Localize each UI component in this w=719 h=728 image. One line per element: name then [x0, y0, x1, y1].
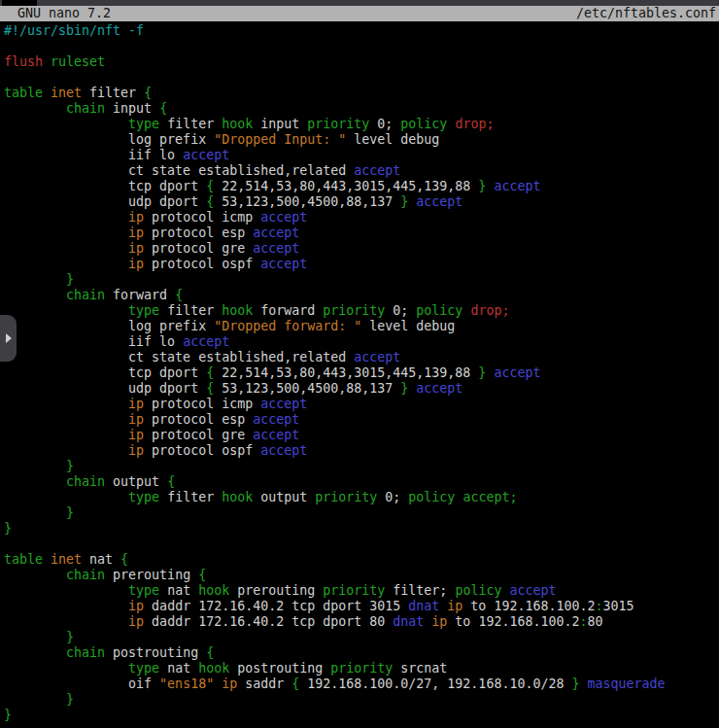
code-line[interactable]: chain output {: [4, 474, 719, 490]
code-line[interactable]: ip protocol icmp accept: [4, 210, 719, 225]
code-line[interactable]: log prefix "Dropped Input: " level debug: [4, 132, 719, 148]
code-token: accept: [416, 194, 462, 209]
code-token: priority: [323, 303, 385, 318]
code-line[interactable]: type filter hook input priority 0; polic…: [4, 117, 719, 132]
code-token: udp dport: [4, 194, 206, 209]
code-line[interactable]: iif lo accept: [4, 334, 719, 350]
code-token: iif lo: [4, 334, 183, 349]
code-token: ip: [128, 428, 144, 442]
code-token: policy: [416, 303, 462, 318]
code-token: [4, 101, 66, 116]
code-token: ct state established,related: [4, 350, 354, 364]
code-line[interactable]: ip protocol ospf accept: [4, 443, 719, 459]
code-token: ip: [128, 599, 144, 613]
code-line[interactable]: }: [4, 272, 719, 288]
code-token: [4, 397, 128, 411]
code-token: iif lo: [4, 148, 183, 162]
code-token: [43, 86, 51, 100]
code-token: protocol icmp: [144, 210, 260, 225]
code-token: {: [206, 381, 214, 396]
code-token: {: [159, 101, 167, 116]
code-token: 3015: [602, 599, 633, 613]
code-token: accept;: [462, 490, 517, 504]
code-token: ip: [128, 241, 144, 256]
code-line[interactable]: iif lo accept: [4, 148, 719, 163]
code-token: protocol icmp: [144, 397, 260, 411]
code-line[interactable]: }: [4, 505, 719, 521]
editor-area[interactable]: #!/usr/sbin/nft -fflush rulesettable ine…: [4, 23, 719, 728]
code-token: [4, 474, 66, 489]
code-line[interactable]: ip protocol esp accept: [4, 225, 719, 241]
code-line[interactable]: flush ruleset: [4, 54, 719, 70]
code-line[interactable]: [4, 70, 719, 86]
code-line[interactable]: ip protocol gre accept: [4, 241, 719, 257]
code-line[interactable]: type nat hook prerouting priority filter…: [4, 583, 719, 599]
code-line[interactable]: ct state established,related accept: [4, 163, 719, 179]
code-token: masquerade: [587, 676, 665, 691]
code-token: accept: [260, 397, 307, 411]
code-token: table: [4, 552, 43, 567]
code-token: srcnat: [393, 661, 447, 676]
code-token: accept: [354, 163, 400, 178]
code-line[interactable]: table inet filter {: [4, 86, 719, 101]
code-token: accept: [260, 443, 307, 458]
code-line[interactable]: ip protocol ospf accept: [4, 257, 719, 272]
code-token: input: [105, 101, 159, 116]
code-line[interactable]: ip daddr 172.16.40.2 tcp dport 3015 dnat…: [4, 599, 719, 614]
code-line[interactable]: }: [4, 459, 719, 474]
code-line[interactable]: oif "ens18" ip saddr { 192.168.100.0/27,…: [4, 676, 719, 692]
code-line[interactable]: ip protocol icmp accept: [4, 397, 719, 412]
code-token: type: [128, 490, 159, 504]
code-token: ip: [128, 210, 144, 225]
code-line[interactable]: type nat hook postrouting priority srcna…: [4, 661, 719, 676]
code-token: accept: [354, 350, 400, 364]
code-token: [4, 443, 128, 458]
code-token: ip: [128, 225, 144, 240]
code-line[interactable]: tcp dport { 22,514,53,80,443,3015,445,13…: [4, 365, 719, 381]
sidebar-expand-handle[interactable]: [0, 315, 17, 362]
code-line[interactable]: udp dport { 53,123,500,4500,88,137 } acc…: [4, 381, 719, 397]
code-token: {: [167, 474, 175, 489]
code-token: ip: [128, 257, 144, 271]
code-line[interactable]: type filter hook forward priority 0; pol…: [4, 303, 719, 319]
code-line[interactable]: chain prerouting {: [4, 568, 719, 583]
code-token: nat: [159, 661, 198, 676]
code-line[interactable]: ip daddr 172.16.40.2 tcp dport 80 dnat i…: [4, 614, 719, 630]
code-line[interactable]: }: [4, 521, 719, 537]
code-line[interactable]: log prefix "Dropped forward: " level deb…: [4, 319, 719, 334]
code-token: output: [253, 490, 315, 504]
code-line[interactable]: type filter hook output priority 0; poli…: [4, 490, 719, 505]
code-token: "ens18": [159, 676, 214, 691]
code-line[interactable]: udp dport { 53,123,500,4500,88,137 } acc…: [4, 194, 719, 210]
code-line[interactable]: table inet nat {: [4, 552, 719, 568]
code-token: 22,514,53,80,443,3015,445,139,88: [214, 179, 478, 193]
code-line[interactable]: #!/usr/sbin/nft -f: [4, 23, 719, 39]
code-line[interactable]: ip protocol gre accept: [4, 428, 719, 443]
code-line[interactable]: ip protocol esp accept: [4, 412, 719, 428]
code-line[interactable]: ct state established,related accept: [4, 350, 719, 365]
code-token: filter;: [385, 583, 455, 598]
code-line[interactable]: }: [4, 630, 719, 645]
code-line[interactable]: tcp dport { 22,514,53,80,443,3015,445,13…: [4, 179, 719, 194]
code-token: {: [120, 552, 128, 567]
code-token: dnat: [393, 614, 424, 629]
code-token: postrouting: [105, 645, 206, 660]
code-line[interactable]: chain forward {: [4, 288, 719, 303]
code-token: prerouting: [229, 583, 323, 598]
code-token: [4, 257, 128, 271]
code-line[interactable]: chain input {: [4, 101, 719, 117]
code-token: hook: [198, 583, 229, 598]
code-line[interactable]: }: [4, 708, 719, 723]
code-token: output: [105, 474, 167, 489]
code-token: flush: [4, 54, 43, 69]
code-token: [4, 568, 66, 582]
code-token: }: [4, 521, 12, 536]
code-line[interactable]: }: [4, 692, 719, 708]
code-line[interactable]: [4, 537, 719, 552]
code-token: [4, 661, 128, 676]
code-token: accept: [183, 148, 229, 162]
code-line[interactable]: chain postrouting {: [4, 645, 719, 661]
code-token: protocol esp: [144, 412, 253, 427]
code-token: filter: [159, 303, 222, 318]
code-line[interactable]: [4, 39, 719, 54]
